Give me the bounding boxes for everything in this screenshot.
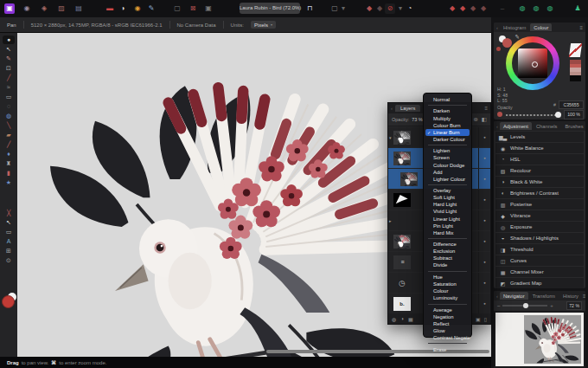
pixel-tool[interactable]: ╱ [3,140,15,149]
layer-thumbnail[interactable] [393,193,411,207]
collapse-icon[interactable]: ‹ [391,106,393,111]
sync-icon-1[interactable]: ◍ [517,3,527,14]
adjustment-item[interactable]: ◉ White Balance [495,143,584,153]
blend-mode-option[interactable]: Hard Mix [424,229,471,236]
layer-visibility-checkbox[interactable]: ● [478,169,490,189]
blend-mode-option[interactable]: Soft Light [424,194,471,201]
blend-mode-option[interactable]: Multiply [424,115,471,122]
zoom-in-button[interactable]: + [550,303,553,308]
adjustment-item[interactable]: ◨ Threshold [495,244,584,255]
selection-icon-2[interactable]: ◆ [457,3,468,14]
blend-mode-option[interactable]: ✓ Linear Burn [425,129,470,136]
mask-layer-icon[interactable]: ◑ [400,316,404,322]
node-tool[interactable]: ↖ [3,218,15,227]
blend-mode-option[interactable]: Erase [424,346,471,353]
document-title-tab[interactable]: Laura Rubin - Bird (72.0%) [240,3,300,14]
opacity-value-input[interactable]: 100 % [564,110,584,119]
layer-thumbnail[interactable]: ≡ [393,255,411,269]
panel-menu-icon[interactable]: ≡ [484,106,488,111]
adjustment-item[interactable]: ▆▃ Levels [495,132,584,142]
layer-visibility-checkbox[interactable]: ● [478,210,490,230]
sync-icon-3[interactable]: ◍ [545,3,555,14]
adjustment-item[interactable]: ◩ Gradient Map [495,278,584,288]
divider-dash-icon[interactable]: – [497,3,508,14]
auto-contrast-icon[interactable]: ◗ [118,3,129,14]
gear-icon[interactable]: ⊛ [473,116,477,123]
panel-menu-icon[interactable]: ≡ [583,294,585,299]
crop-tool[interactable]: ⊡ [3,64,15,73]
panel-tab[interactable]: Colour [530,23,552,31]
rectangle-tool[interactable]: ▭ [3,228,15,236]
expander-icon[interactable]: ▾ [389,135,392,140]
layer-visibility-checkbox[interactable]: ● [478,231,490,251]
layer-visibility-checkbox[interactable]: ● [478,294,490,313]
adjustment-item[interactable]: ◆ Vibrance [495,210,584,221]
dodge-brush-tool[interactable]: ♦ [3,150,15,158]
text-tool[interactable]: A [3,237,15,246]
zoom-slider-knob[interactable] [523,303,528,308]
move-tool[interactable]: ↖ [3,45,15,54]
blend-mode-option[interactable]: Divide [424,261,471,268]
insert-behind-icon[interactable]: ▣ [203,3,214,14]
blend-mode-option[interactable]: Linear Light [424,216,471,223]
blend-mode-option[interactable]: Difference [424,241,471,248]
blend-mode-option[interactable]: Pin Light [424,223,471,229]
lock-icon[interactable]: ◧ [482,116,487,123]
marquee-tool[interactable]: ▭ [3,93,15,101]
layer-thumbnail[interactable] [393,131,411,145]
develop-persona-icon[interactable]: ◈ [39,3,49,14]
layers-tab[interactable]: Layers [395,105,420,112]
tone-mapping-persona-icon[interactable]: ▨ [56,3,67,14]
view-tool[interactable]: ● [3,36,15,44]
blend-mode-option[interactable]: Vivid Light [424,208,471,215]
panel-tab[interactable]: Transform [529,292,559,300]
blend-mode-option[interactable]: Add [424,169,471,176]
delete-layer-icon[interactable]: ▯ [484,316,487,322]
delete-icon[interactable]: ⊠ [188,3,198,14]
flood-fill-tool[interactable]: ◍ [3,112,15,120]
collapse-icon[interactable]: ‹ [496,25,498,30]
adjustment-item[interactable]: ▦ Channel Mixer [495,267,584,277]
flood-select-tool[interactable]: ≈ [3,83,15,92]
layer-opacity-value[interactable]: 73 % [412,117,423,122]
collapse-icon[interactable]: ‹ [496,294,498,299]
layer-visibility-checkbox[interactable]: ● [478,148,490,168]
layer-visibility-checkbox[interactable]: ● [478,273,490,293]
blend-mode-option[interactable]: Darken [424,107,471,114]
blend-mode-option[interactable]: Negation [424,313,471,320]
blend-mode-option[interactable]: Hue [424,274,471,281]
blend-mode-option[interactable]: Lighten [424,147,471,154]
layer-thumbnail[interactable] [393,235,411,249]
assistant-dim-icon[interactable]: ◆ [374,3,385,14]
sync-icon-2[interactable]: ◍ [531,3,541,14]
selection-brush-tool[interactable]: ╱ [3,74,15,82]
adjustment-item[interactable]: ◔ HSL [495,154,584,165]
erase-brush-tool[interactable]: ▮ [3,169,15,178]
opacity-slider[interactable] [506,114,558,116]
blend-mode-option[interactable] [428,145,467,145]
adjustment-item[interactable]: ◎ Exposure [495,222,584,232]
layer-thumbnail[interactable]: ◷ [393,276,411,290]
panel-menu-icon[interactable]: ≡ [579,25,583,30]
blend-mode-option[interactable] [428,184,467,185]
colour-swatch-control[interactable] [2,293,16,308]
layer-thumbnail[interactable] [393,152,411,165]
saturation-lightness-square[interactable] [518,48,547,78]
blend-mode-option[interactable]: Saturation [424,281,471,287]
panel-tab[interactable]: History [559,292,582,300]
adjustment-item[interactable]: ◒ Shadows / Highlights [495,233,584,243]
gradient-swatch[interactable] [569,43,582,57]
blend-mode-option[interactable] [428,271,467,272]
layer-visibility-checkbox[interactable]: ● [478,127,490,147]
blend-mode-option[interactable]: Glow [424,327,471,334]
units-dropdown[interactable]: Pixels ▾ [251,21,276,29]
panel-tab[interactable]: Brushes [561,122,585,130]
selection-icon-1[interactable]: ◆ [447,3,457,14]
account-icon[interactable]: ♟ [572,3,583,14]
colour-tag-icon[interactable]: ◍ [392,316,396,322]
hex-input[interactable]: C35655 [559,100,584,109]
small-colour-swatch[interactable] [496,47,501,51]
panel-tab[interactable]: Channels [533,122,561,130]
assistant-alert-icon[interactable]: ◆ [364,3,374,14]
liquify-persona-icon[interactable]: ◉ [22,3,32,14]
